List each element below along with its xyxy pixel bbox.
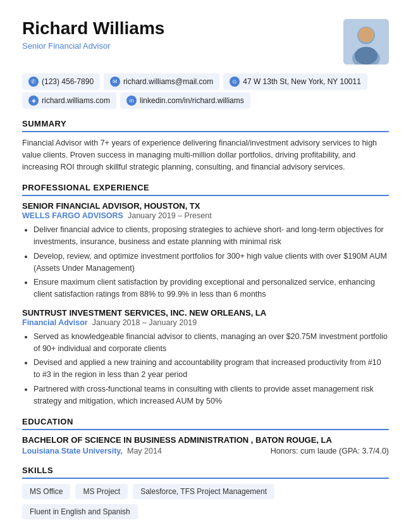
contact-row-1: ✆ (123) 456-7890 ✉ richard.williams@mail… xyxy=(22,73,389,90)
skills-title: SKILLS xyxy=(22,466,389,479)
job-1-company: WELLS FARGO ADVISORS xyxy=(22,211,123,220)
svg-point-3 xyxy=(359,27,374,42)
skills-section: SKILLS MS Office MS Project Salesforce, … xyxy=(22,466,389,519)
phone-text: (123) 456-7890 xyxy=(42,77,94,86)
job-2-bullet-3: Partnered with cross-functional teams in… xyxy=(34,383,389,407)
contact-phone: ✆ (123) 456-7890 xyxy=(22,73,100,90)
skill-4: Fluent in English and Spanish xyxy=(22,504,138,519)
contact-linkedin: in linkedin.com/in/richard.williams xyxy=(120,92,250,109)
job-2-role: Financial Advisor xyxy=(22,318,88,327)
email-text: richard.williams@mail.com xyxy=(123,77,213,86)
job-2-position: SUNTRUST INVESTMENT SERVICES, INC. New O… xyxy=(22,308,266,318)
edu-detail-row: Louisiana State University, May 2014 Hon… xyxy=(22,446,389,455)
email-icon: ✉ xyxy=(110,77,120,87)
job-2: SUNTRUST INVESTMENT SERVICES, INC. New O… xyxy=(22,308,389,407)
job-1-title: SENIOR FINANCIAL ADVISOR, Houston, TX xyxy=(22,201,389,211)
experience-section: PROFESSIONAL EXPERIENCE SENIOR FINANCIAL… xyxy=(22,183,389,407)
education-title: EDUCATION xyxy=(22,417,389,430)
candidate-title: Senior Financial Advisor xyxy=(22,41,164,51)
phone-icon: ✆ xyxy=(28,77,39,87)
experience-title: PROFESSIONAL EXPERIENCE xyxy=(22,183,389,196)
job-2-title: SUNTRUST INVESTMENT SERVICES, INC. New O… xyxy=(22,308,389,318)
job-2-bullet-1: Served as knowledgeable financial adviso… xyxy=(34,331,389,355)
summary-title: SUMMARY xyxy=(22,119,389,132)
job-1-position: SENIOR FINANCIAL ADVISOR, Houston, TX xyxy=(22,201,200,211)
candidate-name: Richard Williams xyxy=(22,19,164,39)
skills-row: MS Office MS Project Salesforce, TFS Pro… xyxy=(22,484,389,519)
job-1-bullet-1: Deliver financial advice to clients, pro… xyxy=(34,224,389,248)
edu-date: May 2014 xyxy=(125,447,161,455)
job-2-company-line: Financial Advisor January 2018 – January… xyxy=(22,318,389,327)
linkedin-text: linkedin.com/in/richard.williams xyxy=(140,96,244,105)
job-1-company-line: WELLS FARGO ADVISORS January 2019 – Pres… xyxy=(22,211,389,220)
summary-section: SUMMARY Financial Advisor with 7+ years … xyxy=(22,119,389,173)
edu-school: Louisiana State University, xyxy=(22,447,123,455)
job-1-bullets: Deliver financial advice to clients, pro… xyxy=(22,224,389,300)
web-icon: ◈ xyxy=(28,96,39,106)
contact-website: ◈ richard.williams.com xyxy=(22,92,116,109)
job-1-dates: January 2019 – Present xyxy=(125,211,211,220)
resume-header: Richard Williams Senior Financial Adviso… xyxy=(22,19,389,65)
summary-text: Financial Advisor with 7+ years of exper… xyxy=(22,137,389,173)
contact-row-2: ◈ richard.williams.com in linkedin.com/i… xyxy=(22,92,389,109)
edu-honors: Honors: cum laude (GPA: 3.7/4.0) xyxy=(271,447,389,455)
edu-degree: BACHELOR OF SCIENCE IN BUSINESS ADMINIST… xyxy=(22,435,389,445)
edu-block: BACHELOR OF SCIENCE IN BUSINESS ADMINIST… xyxy=(22,435,389,455)
job-1-bullet-2: Develop, review, and optimize investment… xyxy=(34,251,389,275)
contact-location: ⊙ 47 W 13th St, New York, NY 10011 xyxy=(223,73,367,90)
svg-point-4 xyxy=(355,47,377,65)
skill-2: MS Project xyxy=(75,484,128,499)
job-2-bullets: Served as knowledgeable financial adviso… xyxy=(22,331,389,407)
contact-email: ✉ richard.williams@mail.com xyxy=(104,73,219,90)
education-section: EDUCATION BACHELOR OF SCIENCE IN BUSINES… xyxy=(22,417,389,455)
candidate-photo xyxy=(343,19,389,65)
job-1-bullet-3: Ensure maximum client satisfaction by pr… xyxy=(34,276,389,300)
skill-3: Salesforce, TFS Project Management xyxy=(133,484,274,499)
job-1: SENIOR FINANCIAL ADVISOR, Houston, TX WE… xyxy=(22,201,389,300)
location-icon: ⊙ xyxy=(230,77,240,87)
header-left: Richard Williams Senior Financial Adviso… xyxy=(22,19,164,51)
skill-1: MS Office xyxy=(22,484,70,499)
location-text: 47 W 13th St, New York, NY 10011 xyxy=(243,77,361,86)
edu-school-date: Louisiana State University, May 2014 xyxy=(22,446,162,455)
job-2-dates: January 2018 – January 2019 xyxy=(90,318,197,327)
linkedin-icon: in xyxy=(126,96,137,106)
job-2-bullet-2: Devised and applied a new training and a… xyxy=(34,357,389,381)
website-text: richard.williams.com xyxy=(42,96,110,105)
